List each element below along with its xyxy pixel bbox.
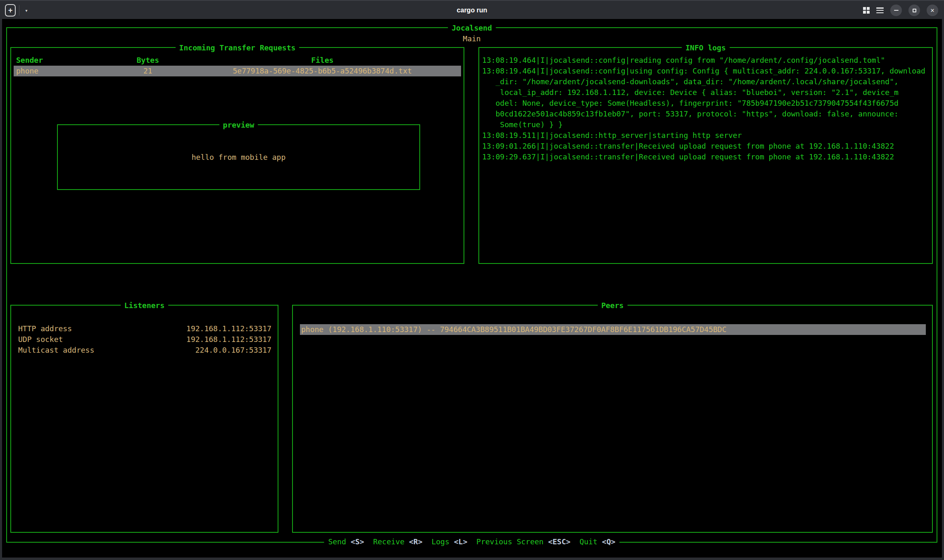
maximize-button[interactable] [908, 5, 920, 16]
listener-row-http: 192.168.1.112:53317 HTTP address [18, 323, 271, 334]
preview-panel: preview hello from mobile app [57, 124, 420, 190]
log-line: 13:08:19.464|I|jocalsend::config|reading… [482, 55, 930, 66]
log-line: 13:08:19.464|I|jocalsend::config|using c… [482, 66, 930, 76]
terminal-window: + ▾ cargo run ✕ [0, 0, 944, 560]
incoming-table-row-selected[interactable]: phone 21 5e77918a-569e-4825-b6b5-a52496b… [14, 66, 461, 76]
maximize-icon [913, 9, 916, 12]
log-lines: 13:08:19.464|I|jocalsend::config|reading… [482, 55, 930, 162]
keybinding-bar: Send<S> Receive<R> Logs<L> Previous Scre… [324, 536, 619, 547]
close-button[interactable]: ✕ [927, 5, 938, 16]
minimize-icon [894, 10, 899, 11]
screen-name: Main [7, 33, 937, 44]
titlebar: + ▾ cargo run ✕ [0, 0, 944, 19]
info-logs-panel: INFO logs 13:08:19.464|I|jocalsend::conf… [478, 47, 933, 264]
incoming-table-header: Sender Bytes Files [14, 55, 461, 66]
udp-socket-label: UDP socket [18, 335, 63, 344]
cell-sender: phone [14, 66, 112, 76]
hamburger-icon [876, 7, 884, 13]
tab-overview-button[interactable] [863, 7, 870, 14]
window-title: cargo run [0, 1, 944, 20]
multicast-address-value: 224.0.0.167:53317 [195, 345, 271, 356]
incoming-transfers-panel: Incoming Transfer Requests Sender Bytes … [10, 47, 464, 264]
grid-icon [863, 7, 870, 14]
log-line: b0cd1622e501ac4b859c13fb1eb07", port: 53… [482, 109, 930, 119]
keybar-send[interactable]: Send<S> [328, 537, 364, 546]
listeners-panel: Listeners 192.168.1.112:53317 HTTP addre… [10, 305, 278, 533]
keybar-logs[interactable]: Logs<L> [431, 537, 467, 546]
peer-row-selected[interactable]: phone (192.168.1.110:53317) -- 794664CA3… [300, 324, 926, 335]
minimize-button[interactable] [890, 5, 902, 16]
column-files: Files [184, 55, 461, 66]
peers-panel: Peers phone (192.168.1.110:53317) -- 794… [292, 305, 933, 533]
app-title: Jocalsend [448, 23, 496, 33]
cell-bytes: 21 [112, 66, 183, 76]
keybar-quit[interactable]: Quit<Q> [580, 537, 616, 546]
keybar-previous-screen[interactable]: Previous Screen<ESC> [476, 537, 571, 546]
log-line: 13:09:01.266|I|jocalsend::transfer|Recei… [482, 141, 930, 152]
close-icon: ✕ [930, 8, 935, 13]
udp-socket-value: 192.168.1.112:53317 [186, 334, 271, 345]
main-menu-button[interactable] [876, 7, 884, 13]
log-line: 13:09:29.637|I|jocalsend::transfer|Recei… [482, 152, 930, 162]
http-address-label: HTTP address [18, 324, 72, 333]
keybar-receive[interactable]: Receive<R> [373, 537, 422, 546]
log-line: 13:08:19.511|I|jocalsend::http_server|st… [482, 130, 930, 141]
log-line: Some(true) } } [482, 119, 930, 130]
log-line: local_ip_addr: 192.168.1.112, device: De… [482, 87, 930, 98]
log-line: odel: None, device_type: Some(Headless),… [482, 98, 930, 109]
listener-row-udp: 192.168.1.112:53317 UDP socket [18, 334, 271, 345]
http-address-value: 192.168.1.112:53317 [186, 323, 271, 334]
multicast-address-label: Multicast address [18, 346, 94, 354]
listener-row-multicast: 224.0.0.167:53317 Multicast address [18, 345, 271, 356]
preview-title: preview [219, 120, 258, 131]
column-bytes: Bytes [112, 55, 183, 66]
preview-content: hello from mobile app [58, 152, 419, 163]
cell-files: 5e77918a-569e-4825-b6b5-a52496b3874d.txt [184, 66, 461, 76]
terminal-content: Jocalsend Main Incoming Transfer Request… [2, 19, 942, 558]
column-sender: Sender [14, 55, 112, 66]
app-root-panel: Jocalsend Main Incoming Transfer Request… [6, 27, 937, 543]
log-line: _dir: "/home/ardent/jocalsend-downloads"… [482, 76, 930, 87]
